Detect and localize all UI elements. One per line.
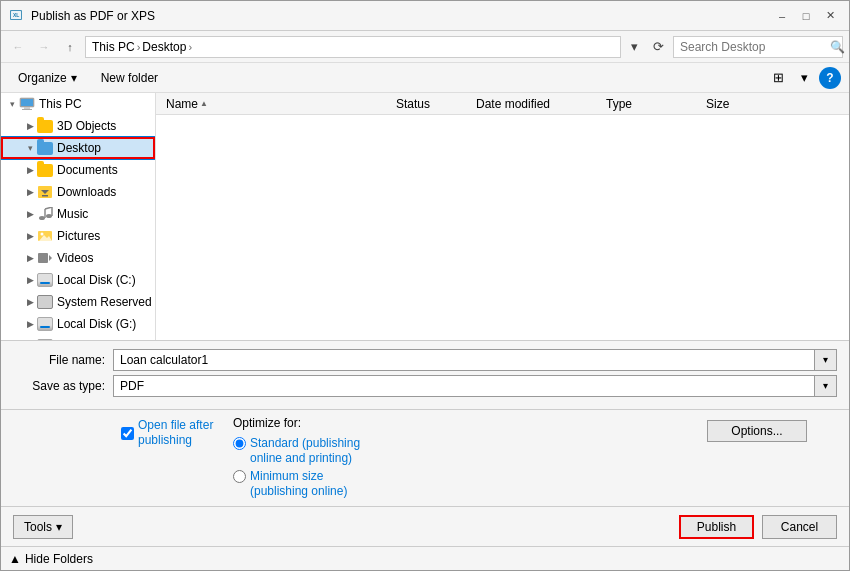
- search-box[interactable]: 🔍: [673, 36, 843, 58]
- open-after-label[interactable]: Open file afterpublishing: [138, 418, 213, 449]
- sidebar-item-label: Documents: [57, 163, 118, 177]
- drive-icon: [37, 272, 53, 288]
- music-icon: [37, 206, 53, 222]
- svg-line-14: [45, 207, 52, 209]
- expand-icon: ▶: [23, 273, 37, 287]
- minimum-radio-row: Minimum size(publishing online): [233, 469, 707, 500]
- sidebar-item-system-reserved[interactable]: ▶ System Reserved: [1, 291, 155, 313]
- address-dropdown-button[interactable]: ▾: [625, 36, 643, 58]
- minimum-radio[interactable]: [233, 470, 246, 483]
- options-left: Open file afterpublishing: [13, 416, 233, 449]
- cancel-button[interactable]: Cancel: [762, 515, 837, 539]
- sidebar-item-documents[interactable]: ▶ Documents: [1, 159, 155, 181]
- svg-rect-4: [21, 99, 33, 106]
- forward-button[interactable]: →: [33, 36, 55, 58]
- column-header-status[interactable]: Status: [392, 93, 472, 114]
- sidebar-item-music[interactable]: ▶ Music: [1, 203, 155, 225]
- main-content: ▾ This PC ▶ 3D Objects: [1, 93, 849, 340]
- svg-rect-6: [22, 109, 32, 110]
- help-button[interactable]: ?: [819, 67, 841, 89]
- folder-icon: [37, 118, 53, 134]
- sidebar-item-label: Desktop: [57, 141, 101, 155]
- close-button[interactable]: ✕: [819, 5, 841, 27]
- column-header-type[interactable]: Type: [602, 93, 702, 114]
- expand-icon: ▶: [23, 207, 37, 221]
- publish-wrapper: Publish: [679, 515, 754, 539]
- minimize-button[interactable]: –: [771, 5, 793, 27]
- savetype-dropdown-button[interactable]: ▾: [815, 375, 837, 397]
- sidebar-item-label: Videos: [57, 251, 93, 265]
- options-btn-area: Options...: [707, 416, 837, 442]
- options-right: Optimize for: Standard (publishingonline…: [233, 416, 707, 500]
- expand-icon: ▶: [23, 119, 37, 133]
- back-button[interactable]: ←: [7, 36, 29, 58]
- savetype-select[interactable]: PDF XPS Document: [113, 375, 815, 397]
- savetype-row: Save as type: PDF XPS Document ▾: [13, 375, 837, 397]
- pc-icon: [19, 96, 35, 112]
- file-list-header: Name ▲ Status Date modified Type Size: [156, 93, 849, 115]
- toolbar: Organize ▾ New folder ⊞ ▾ ?: [1, 63, 849, 93]
- column-header-name[interactable]: Name ▲: [162, 93, 392, 114]
- sidebar-item-videos[interactable]: ▶ Videos: [1, 247, 155, 269]
- svg-rect-18: [38, 253, 48, 263]
- sidebar-item-desktop[interactable]: ▾ Desktop: [1, 137, 155, 159]
- tools-button[interactable]: Tools ▾: [13, 515, 73, 539]
- sidebar-item-pictures[interactable]: ▶ Pictures: [1, 225, 155, 247]
- open-after-checkbox[interactable]: [121, 427, 134, 440]
- svg-point-16: [41, 233, 44, 236]
- svg-rect-5: [24, 107, 30, 109]
- svg-point-10: [39, 216, 45, 220]
- filename-input[interactable]: [113, 349, 815, 371]
- open-after-row: Open file afterpublishing: [121, 418, 233, 449]
- filename-label: File name:: [13, 353, 113, 367]
- hide-folders-bar: ▲ Hide Folders: [1, 546, 849, 570]
- organize-arrow-icon: ▾: [71, 71, 77, 85]
- sidebar-item-label: System Reserved: [57, 295, 152, 309]
- expand-icon: ▶: [23, 163, 37, 177]
- bottom-form: File name: ▾ Save as type: PDF XPS Docum…: [1, 340, 849, 409]
- standard-radio[interactable]: [233, 437, 246, 450]
- new-folder-button[interactable]: New folder: [92, 67, 167, 89]
- expand-icon: ▶: [23, 317, 37, 331]
- sort-arrow-icon: ▲: [200, 99, 208, 108]
- options-button[interactable]: Options...: [707, 420, 807, 442]
- address-bar[interactable]: This PC › Desktop ›: [85, 36, 621, 58]
- sidebar-item-this-pc[interactable]: ▾ This PC: [1, 93, 155, 115]
- sidebar-item-label: Local Disk (C:): [57, 273, 136, 287]
- breadcrumb-desktop[interactable]: Desktop: [142, 40, 186, 54]
- footer-tools: Tools ▾: [13, 515, 73, 539]
- sidebar-item-label: This PC: [39, 97, 82, 111]
- filename-dropdown-button[interactable]: ▾: [815, 349, 837, 371]
- standard-label[interactable]: Standard (publishingonline and printing): [250, 436, 360, 467]
- refresh-button[interactable]: ⟳: [647, 36, 669, 58]
- hide-folders-button[interactable]: ▲ Hide Folders: [9, 552, 93, 566]
- breadcrumb-this-pc[interactable]: This PC: [92, 40, 135, 54]
- expand-icon: ▶: [23, 251, 37, 265]
- view-dropdown-button[interactable]: ▾: [793, 67, 815, 89]
- hide-folders-arrow-icon: ▲: [9, 552, 21, 566]
- minimum-label[interactable]: Minimum size(publishing online): [250, 469, 347, 500]
- sidebar-item-label: Local Disk (G:): [57, 317, 136, 331]
- sidebar-item-desktop-wrapper: ▾ Desktop: [1, 137, 155, 159]
- videos-icon: [37, 250, 53, 266]
- publish-button[interactable]: Publish: [679, 515, 754, 539]
- sidebar-item-local-disk-c[interactable]: ▶ Local Disk (C:): [1, 269, 155, 291]
- sidebar-item-downloads[interactable]: ▶ Downloads: [1, 181, 155, 203]
- up-button[interactable]: ↑: [59, 36, 81, 58]
- expand-icon: ▾: [23, 141, 37, 155]
- svg-point-11: [46, 214, 52, 218]
- folder-icon: [37, 162, 53, 178]
- options-area: Open file afterpublishing Optimize for: …: [1, 409, 849, 506]
- sidebar-item-3d-objects[interactable]: ▶ 3D Objects: [1, 115, 155, 137]
- sidebar-item-local-disk-g[interactable]: ▶ Local Disk (G:): [1, 313, 155, 335]
- organize-button[interactable]: Organize ▾: [9, 67, 86, 89]
- column-header-size[interactable]: Size: [702, 93, 782, 114]
- maximize-button[interactable]: □: [795, 5, 817, 27]
- view-button[interactable]: ⊞: [767, 67, 789, 89]
- search-input[interactable]: [680, 40, 830, 54]
- drive-icon: [37, 338, 53, 340]
- sidebar: ▾ This PC ▶ 3D Objects: [1, 93, 156, 340]
- title-bar: XL Publish as PDF or XPS – □ ✕: [1, 1, 849, 31]
- column-header-date[interactable]: Date modified: [472, 93, 602, 114]
- filename-wrapper: ▾: [113, 349, 837, 371]
